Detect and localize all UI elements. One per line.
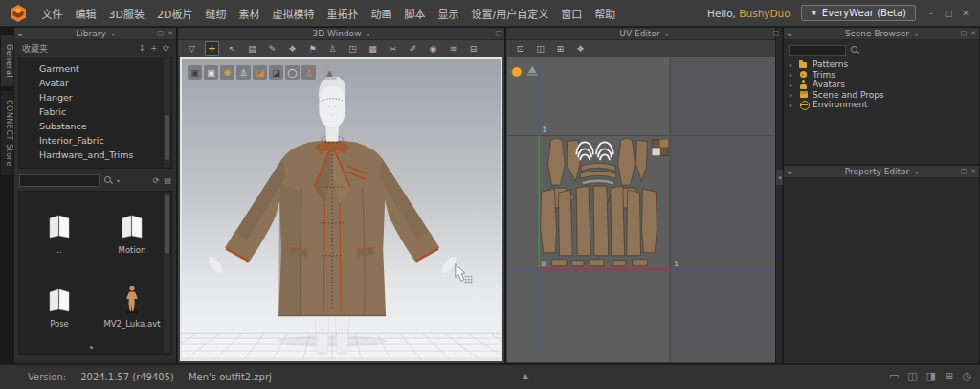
chevron-down-icon[interactable]: ▾ <box>915 31 918 37</box>
menu-3d-garment[interactable]: 3D服装 <box>102 6 150 21</box>
menu-2d-pattern[interactable]: 2D板片 <box>150 6 198 21</box>
tool-garment[interactable]: ▤ <box>245 41 259 56</box>
dock-pin-icon[interactable]: ◄ <box>787 169 791 175</box>
dock-pin-icon[interactable]: ◄ <box>17 31 22 37</box>
chevron-down-icon[interactable]: ▾ <box>915 169 918 175</box>
layout-single-icon[interactable]: ▭ <box>889 370 899 382</box>
tool-layers[interactable]: ≋ <box>446 41 460 56</box>
menu-settings[interactable]: 设置/用户自定义 <box>465 6 555 21</box>
tool-scissors[interactable]: ✂ <box>386 41 400 56</box>
3d-viewport[interactable]: ▣ ▣ ❋ ♙ ◪ ◪ ◯ ♙ ▲ <box>180 57 502 361</box>
menu-material[interactable]: 素材 <box>233 6 266 21</box>
close-panel-icon[interactable]: ✕ <box>970 30 976 37</box>
refresh-icon[interactable]: ⟳ <box>153 176 160 185</box>
everywear-button[interactable]: ★ EveryWear (Beta) <box>801 5 916 21</box>
chevron-down-icon[interactable]: ▾ <box>112 31 115 37</box>
menu-retopology[interactable]: 重拓扑 <box>321 6 365 21</box>
tool-pen[interactable]: ✎ <box>265 41 279 56</box>
menu-display[interactable]: 显示 <box>432 6 465 21</box>
search-icon[interactable] <box>850 45 859 55</box>
scene-item-environment[interactable]: ▸ Environment <box>788 100 979 110</box>
scene-item-trims[interactable]: ▸ Trims <box>788 70 979 80</box>
menu-sewing[interactable]: 缝纫 <box>199 6 233 21</box>
close-button[interactable]: ✕ <box>961 9 970 18</box>
refresh-icon[interactable]: ⟳ <box>163 44 169 53</box>
float-panel-icon[interactable]: ◱ <box>772 30 779 37</box>
add-icon[interactable]: + <box>151 44 158 53</box>
uv-canvas[interactable]: 1 0 1 <box>507 57 775 362</box>
tool-simulate[interactable]: ▽ <box>185 41 199 56</box>
chevron-down-icon[interactable]: ▾ <box>368 31 370 37</box>
toggle-fabric-dark[interactable]: ◪ <box>269 65 283 80</box>
float-panel-icon[interactable]: ◱ <box>158 30 165 37</box>
toggle-simulation[interactable]: ❋ <box>220 65 234 80</box>
dock-pin-icon[interactable]: ◄ <box>787 31 791 37</box>
library-item-garment[interactable]: Garment <box>19 61 171 76</box>
scrollbar[interactable] <box>164 193 170 353</box>
tab-general[interactable]: General <box>1 35 13 86</box>
expand-arrow-icon[interactable]: ▸ <box>788 61 794 68</box>
toggle-stamp[interactable]: ▲ <box>323 65 337 80</box>
tool-select-mesh[interactable]: ↖ <box>225 41 239 56</box>
layout-history-icon[interactable]: ◷ <box>962 370 971 382</box>
minimize-button[interactable]: – <box>926 9 936 18</box>
uv-tool-pack[interactable]: ⊞ <box>553 41 568 56</box>
uv-tool-reset[interactable]: ❖ <box>573 41 588 56</box>
search-filter-caret-icon[interactable]: ▾ <box>117 177 120 184</box>
restore-button[interactable]: □ <box>944 9 953 18</box>
tool-select-move[interactable]: ✛ <box>205 41 219 56</box>
uv-light-icon[interactable] <box>512 67 522 77</box>
tool-arrange-patterns[interactable]: ❖ <box>285 41 300 56</box>
thumbnail-pose-folder[interactable]: Pose <box>26 283 93 330</box>
layout-grid-icon[interactable]: ⊞ <box>945 370 953 382</box>
close-panel-icon[interactable]: ✕ <box>970 168 976 175</box>
expand-arrow-icon[interactable]: ▸ <box>788 91 794 98</box>
tool-measure[interactable]: ◉ <box>426 41 440 56</box>
menu-script[interactable]: 脚本 <box>398 6 432 21</box>
tab-connect-store[interactable]: CONNECT Store <box>1 91 13 175</box>
float-panel-icon[interactable]: ◱ <box>961 168 968 175</box>
scene-item-scene-props[interactable]: ▸ Scene and Props <box>788 90 979 101</box>
menu-animation[interactable]: 动画 <box>365 6 398 21</box>
library-item-interior-fabric[interactable]: Interior_Fabric <box>19 133 171 148</box>
menu-help[interactable]: 帮助 <box>589 6 622 21</box>
library-item-hardware-trims[interactable]: Hardware_and_Trims <box>19 148 171 162</box>
tool-pin[interactable]: ✐ <box>406 41 420 56</box>
chevron-down-icon[interactable]: ▾ <box>666 31 669 37</box>
library-item-fabric[interactable]: Fabric <box>19 104 171 119</box>
download-icon[interactable]: ↧ <box>139 44 145 53</box>
expand-arrow-icon[interactable]: ▸ <box>788 71 794 78</box>
toggle-avatar-show[interactable]: ♙ <box>236 65 251 80</box>
library-search-input[interactable] <box>19 174 100 187</box>
library-item-substance[interactable]: Substance <box>19 119 171 133</box>
menu-edit[interactable]: 编辑 <box>69 6 102 21</box>
menu-window[interactable]: 窗口 <box>555 6 589 21</box>
search-icon[interactable] <box>103 175 113 185</box>
library-item-hanger[interactable]: Hanger <box>19 90 171 104</box>
tool-press[interactable]: ⊟ <box>466 41 480 56</box>
tool-avatar[interactable]: ♙ <box>325 41 340 56</box>
collapse-handle-icon[interactable]: ◂ <box>776 170 783 185</box>
tool-flag[interactable]: ⚑ <box>305 41 320 56</box>
expand-arrow-icon[interactable]: ▸ <box>788 81 794 88</box>
toggle-garment-light[interactable]: ▣ <box>204 65 218 80</box>
expand-bottom-panel-icon[interactable]: ▲ <box>523 372 528 380</box>
tool-bounding[interactable]: ◳ <box>345 41 360 56</box>
expand-arrow-icon[interactable]: ▸ <box>788 102 794 108</box>
toggle-head-show[interactable]: ◯ <box>285 65 300 80</box>
scene-item-patterns[interactable]: ▸ Patterns <box>788 59 979 70</box>
layout-two-pane-icon[interactable]: ◫ <box>907 370 917 382</box>
float-panel-icon[interactable]: ◱ <box>961 30 968 37</box>
uv-tool-transform[interactable]: ⊡ <box>513 41 527 56</box>
scene-item-avatars[interactable]: ▸ Avatars <box>788 80 979 90</box>
uv-tool-arrange[interactable]: ◫ <box>533 41 547 56</box>
view-mode-icon[interactable]: ▤ <box>164 176 171 185</box>
float-panel-icon[interactable]: ◱ <box>495 30 501 37</box>
close-panel-icon[interactable]: ✕ <box>167 30 173 37</box>
scene-search-input[interactable] <box>789 45 846 56</box>
toggle-fabric-orange[interactable]: ◪ <box>253 65 267 80</box>
thumbnail-motion-folder[interactable]: Motion <box>99 209 166 256</box>
library-item-avatar[interactable]: Avatar <box>19 76 171 90</box>
scrollbar[interactable] <box>164 58 170 167</box>
thumbnail-avatar-file[interactable]: MV2_Luka.avt <box>99 283 166 330</box>
